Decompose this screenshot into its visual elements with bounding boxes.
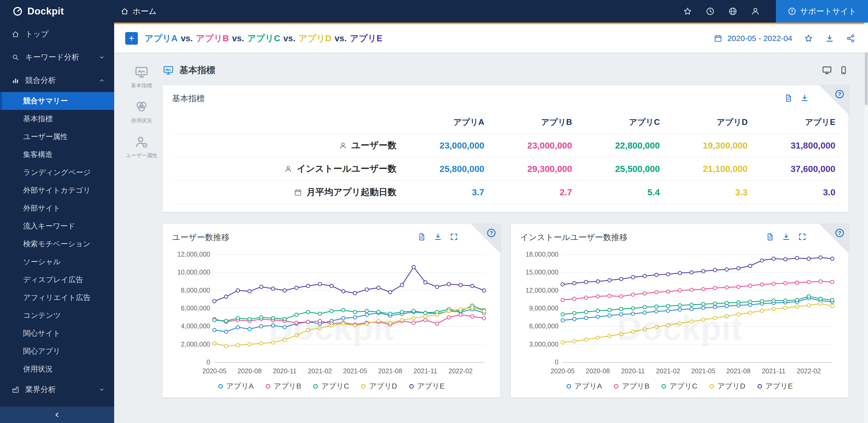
sidebar-subitem-label: 外部サイトカテゴリ	[23, 185, 91, 195]
app-a-name: アプリA	[145, 33, 178, 43]
user-icon	[339, 141, 347, 150]
share-icon[interactable]	[846, 34, 856, 43]
help-icon[interactable]	[486, 228, 497, 238]
sidebar-subitem-search-motivation[interactable]: 検索モチベーション	[0, 235, 114, 253]
sidebar-item-industry-analysis[interactable]: 業界分析	[0, 378, 114, 401]
bar-chart-icon	[11, 76, 20, 85]
legend-item[interactable]: アプリD	[361, 381, 397, 391]
download-icon[interactable]	[825, 34, 834, 43]
legend-item[interactable]: アプリE	[757, 381, 793, 391]
legend-item[interactable]: アプリA	[566, 381, 602, 391]
report-file-icon[interactable]	[784, 94, 793, 102]
card-header: 基本指標	[162, 85, 848, 106]
sidebar-subitem-label: コンテンツ	[23, 311, 61, 321]
sidebar-subitem-display-ads[interactable]: ディスプレイ広告	[0, 271, 114, 289]
svg-text:4,000,000: 4,000,000	[181, 322, 210, 330]
topbar-icons	[683, 7, 760, 16]
device-toggle	[822, 65, 848, 75]
sidebar-subitem-external-site-categories[interactable]: 外部サイトカテゴリ	[0, 182, 114, 199]
svg-text:2021-02: 2021-02	[308, 367, 332, 375]
chevron-down-icon	[98, 54, 105, 61]
sidebar-item-keyword-analysis[interactable]: キーワード分析	[0, 46, 114, 69]
favorites-star-icon[interactable]	[683, 7, 692, 16]
table-row-launch-days: 月平均アプリ起動日数 3.7 2.7 5.4 3.3 3.0	[173, 181, 838, 204]
sidebar-subitem-inflow-keywords[interactable]: 流入キーワード	[0, 217, 114, 235]
legend-item[interactable]: アプリC	[313, 381, 349, 391]
home-tab[interactable]: ホーム	[121, 6, 156, 17]
sidebar-subitem-social[interactable]: ソーシャル	[0, 253, 114, 271]
account-icon[interactable]	[751, 7, 760, 16]
sidebar-subitem-contents[interactable]: コンテンツ	[0, 306, 114, 324]
card-title: 基本指標	[172, 94, 205, 103]
sidebar-subitem-competitor-summary[interactable]: 競合サマリー	[0, 92, 114, 110]
sidebar: トップ キーワード分析 競合分析 競合サマリー 基本指標 ユーザー属性 集客構造…	[0, 23, 114, 423]
legend-marker	[566, 384, 571, 389]
mobile-toggle-icon[interactable]	[839, 65, 848, 75]
favorite-star-icon[interactable]	[804, 34, 813, 43]
expand-icon[interactable]	[798, 233, 806, 241]
support-site-button[interactable]: サポートサイト	[776, 0, 868, 23]
value-cell: 5.4	[575, 181, 662, 204]
svg-text:2020-08: 2020-08	[586, 367, 610, 375]
sidebar-subitem-basic-indicators[interactable]: 基本指標	[0, 110, 114, 128]
download-icon[interactable]	[433, 232, 442, 241]
brand[interactable]: Dockpit	[0, 6, 114, 17]
history-icon[interactable]	[706, 7, 715, 16]
metric-label-cell: インストールユーザー数	[173, 157, 399, 181]
legend-marker	[661, 384, 666, 389]
legend-label: アプリB	[622, 381, 649, 391]
sidebar-subitem-landing-pages[interactable]: ランディングページ	[0, 164, 114, 182]
sidebar-subitem-external-sites[interactable]: 外部サイト	[0, 199, 114, 217]
col-header-app-c: アプリC	[575, 111, 662, 134]
download-icon[interactable]	[800, 94, 809, 102]
value-cell: 21,100,000	[662, 157, 750, 181]
vs-separator: vs.	[232, 33, 244, 43]
svg-text:2021-11: 2021-11	[413, 367, 437, 375]
calendar-icon	[714, 34, 722, 43]
svg-text:10,000,000: 10,000,000	[177, 268, 210, 276]
legend-item[interactable]: アプリD	[709, 381, 745, 391]
report-file-icon[interactable]	[766, 232, 774, 241]
desktop-toggle-icon[interactable]	[822, 65, 832, 75]
main-area: + アプリAvs.アプリBvs.アプリCvs.アプリDvs.アプリE 2020-…	[114, 23, 868, 423]
value-cell: 25,500,000	[575, 157, 662, 181]
venn-diagram-icon	[134, 100, 149, 115]
sidebar-collapse-button[interactable]	[0, 407, 114, 423]
sidebar-item-top[interactable]: トップ	[0, 23, 114, 46]
legend-item[interactable]: アプリA	[218, 381, 254, 391]
sidebar-subitem-traffic-structure[interactable]: 集客構造	[0, 145, 114, 164]
sidebar-item-competitive-analysis[interactable]: 競合分析	[0, 69, 114, 92]
legend-item[interactable]: アプリB	[266, 381, 301, 391]
sidebar-subitem-user-attributes[interactable]: ユーザー属性	[0, 128, 114, 145]
industry-icon	[11, 386, 20, 394]
sidebar-subitem-interest-sites[interactable]: 関心サイト	[0, 324, 114, 342]
rail-item-basic-indicators[interactable]: 基本指標	[131, 65, 152, 89]
legend-marker	[361, 384, 366, 389]
legend-item[interactable]: アプリB	[614, 381, 649, 391]
sidebar-subitem-label: アフィリエイト広告	[23, 293, 91, 302]
add-comparison-button[interactable]: +	[125, 32, 138, 45]
value-cell: 37,600,000	[750, 157, 838, 181]
legend-item[interactable]: アプリE	[409, 381, 445, 391]
help-icon[interactable]	[834, 228, 845, 238]
legend-label: アプリD	[369, 381, 397, 391]
col-header-app-d: アプリD	[662, 111, 750, 134]
report-file-icon[interactable]	[417, 232, 426, 241]
sidebar-subitem-label: 併用状況	[23, 364, 53, 374]
download-icon[interactable]	[782, 232, 791, 241]
legend-item[interactable]: アプリC	[661, 381, 697, 391]
basic-indicators-card: 基本指標 アプ	[162, 85, 848, 212]
dockpit-logo-icon	[12, 6, 23, 17]
expand-icon[interactable]	[450, 233, 458, 241]
date-range[interactable]: 2020-05 - 2022-04	[727, 34, 792, 43]
monitor-chart-icon	[162, 64, 174, 76]
rail-item-user-attributes[interactable]: ユーザー属性	[126, 135, 158, 159]
svg-text:2020-08: 2020-08	[238, 367, 262, 375]
sidebar-subitem-affiliate-ads[interactable]: アフィリエイト広告	[0, 289, 114, 306]
help-icon[interactable]	[834, 89, 845, 99]
sidebar-subitem-interest-apps[interactable]: 関心アプリ	[0, 342, 114, 360]
rail-item-concurrent-usage[interactable]: 併用状況	[131, 100, 152, 124]
globe-icon[interactable]	[728, 7, 738, 16]
page-scrollbar[interactable]	[864, 23, 868, 423]
sidebar-subitem-concurrent-usage[interactable]: 併用状況	[0, 360, 114, 378]
